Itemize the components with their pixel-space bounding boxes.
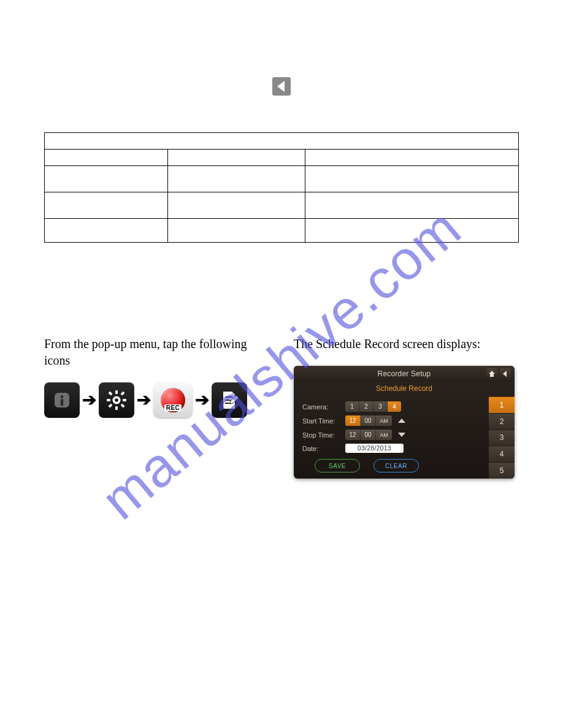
svg-rect-7 — [107, 399, 110, 401]
svg-rect-9 — [108, 391, 112, 395]
svg-point-2 — [61, 395, 63, 398]
date-row: Date: 03/28/2013 — [302, 444, 484, 453]
side-tab-2[interactable]: 2 — [489, 413, 515, 430]
stop-time-label: Stop Time: — [302, 431, 340, 439]
arrow-icon: ➔ — [195, 392, 209, 409]
form-buttons: SAVE CLEAR — [315, 459, 484, 472]
date-field[interactable]: 03/28/2013 — [345, 444, 404, 453]
left-instruction-text: From the pop-up menu, tap the following … — [44, 336, 269, 369]
camera-label: Camera: — [302, 403, 340, 411]
document-page: manualshive.com From the pop-up menu, ta… — [0, 0, 563, 728]
record-icon: REC — [161, 388, 185, 412]
back-icon[interactable] — [500, 368, 511, 379]
stop-ampm[interactable]: AM — [376, 430, 392, 440]
settings-button[interactable] — [99, 382, 134, 418]
chevron-down-icon[interactable] — [398, 433, 405, 437]
table-cell — [45, 192, 168, 219]
svg-rect-3 — [61, 399, 63, 406]
save-button[interactable]: SAVE — [315, 459, 360, 472]
record-button[interactable]: REC — [153, 382, 193, 418]
camera-selector[interactable]: 1 2 3 4 — [345, 401, 401, 412]
svg-rect-12 — [108, 403, 112, 408]
start-time-stepper[interactable] — [398, 419, 405, 423]
right-column: The Schedule Record screen displays: Rec… — [294, 336, 519, 479]
camera-option-4[interactable]: 4 — [388, 401, 401, 412]
start-minute[interactable]: 00 — [361, 415, 376, 426]
camera-row: Camera: 1 2 3 4 — [302, 401, 484, 412]
gear-icon — [105, 389, 128, 412]
table-cell — [305, 219, 519, 243]
side-tabs: 1 2 3 4 5 — [489, 396, 515, 479]
side-tab-4[interactable]: 4 — [489, 446, 515, 462]
edit-doc-icon — [218, 389, 241, 412]
arrow-icon: ➔ — [137, 392, 151, 409]
recorder-title: Recorder Setup — [378, 370, 431, 378]
arrow-icon: ➔ — [82, 392, 96, 409]
svg-marker-17 — [503, 371, 507, 377]
start-ampm[interactable]: AM — [376, 415, 392, 426]
empty-table — [44, 132, 519, 243]
edit-button[interactable] — [212, 382, 247, 418]
back-icon-row — [44, 77, 519, 98]
start-time-selector[interactable]: 12 00 AM — [345, 415, 392, 426]
titlebar-icons — [486, 368, 511, 379]
side-tab-1[interactable]: 1 — [489, 396, 515, 413]
date-label: Date: — [302, 445, 340, 452]
table-cell — [305, 166, 519, 192]
info-icon — [50, 389, 74, 412]
recorder-form: Camera: 1 2 3 4 Start Time: 12 — [294, 396, 489, 479]
table-cell — [167, 150, 305, 166]
table-cell — [167, 219, 305, 243]
table-cell — [167, 166, 305, 192]
svg-rect-6 — [115, 406, 118, 410]
svg-marker-0 — [277, 81, 285, 92]
table-cell — [45, 166, 168, 192]
camera-option-1[interactable]: 1 — [345, 401, 359, 412]
camera-option-2[interactable]: 2 — [359, 401, 373, 412]
side-tab-5[interactable]: 5 — [489, 462, 515, 479]
svg-rect-10 — [120, 403, 124, 408]
camera-option-3[interactable]: 3 — [373, 401, 388, 412]
chevron-up-icon[interactable] — [398, 419, 405, 423]
info-button[interactable] — [44, 382, 80, 418]
recorder-body: Camera: 1 2 3 4 Start Time: 12 — [294, 396, 515, 479]
start-time-row: Start Time: 12 00 AM — [302, 415, 484, 426]
svg-rect-8 — [123, 399, 126, 401]
table-cell — [167, 192, 305, 219]
home-icon[interactable] — [486, 368, 497, 379]
recorder-subtitle: Schedule Record — [294, 382, 515, 396]
side-tab-3[interactable]: 3 — [489, 430, 515, 446]
stop-minute[interactable]: 00 — [361, 430, 376, 440]
stop-hour[interactable]: 12 — [345, 430, 361, 440]
left-column: From the pop-up menu, tap the following … — [44, 336, 269, 479]
svg-rect-11 — [120, 391, 124, 395]
svg-rect-5 — [115, 390, 118, 394]
back-icon — [272, 77, 291, 96]
recorder-titlebar: Recorder Setup — [294, 366, 515, 382]
record-label: REC — [164, 404, 182, 411]
stop-time-selector[interactable]: 12 00 AM — [345, 430, 392, 440]
table-cell — [305, 192, 519, 219]
two-column-section: From the pop-up menu, tap the following … — [44, 336, 519, 479]
table-cell — [45, 219, 168, 243]
start-hour[interactable]: 12 — [345, 415, 361, 426]
start-time-label: Start Time: — [302, 417, 340, 425]
table-cell — [45, 150, 168, 166]
stop-time-stepper[interactable] — [398, 433, 405, 437]
clear-button[interactable]: CLEAR — [373, 459, 419, 472]
right-instruction-text: The Schedule Record screen displays: — [294, 336, 519, 352]
svg-point-13 — [115, 398, 118, 402]
recorder-setup-screen: Recorder Setup Schedule Record — [294, 366, 515, 479]
icon-sequence: ➔ — [44, 382, 269, 418]
table-row — [45, 133, 519, 150]
table-cell — [305, 150, 519, 166]
stop-time-row: Stop Time: 12 00 AM — [302, 430, 484, 440]
